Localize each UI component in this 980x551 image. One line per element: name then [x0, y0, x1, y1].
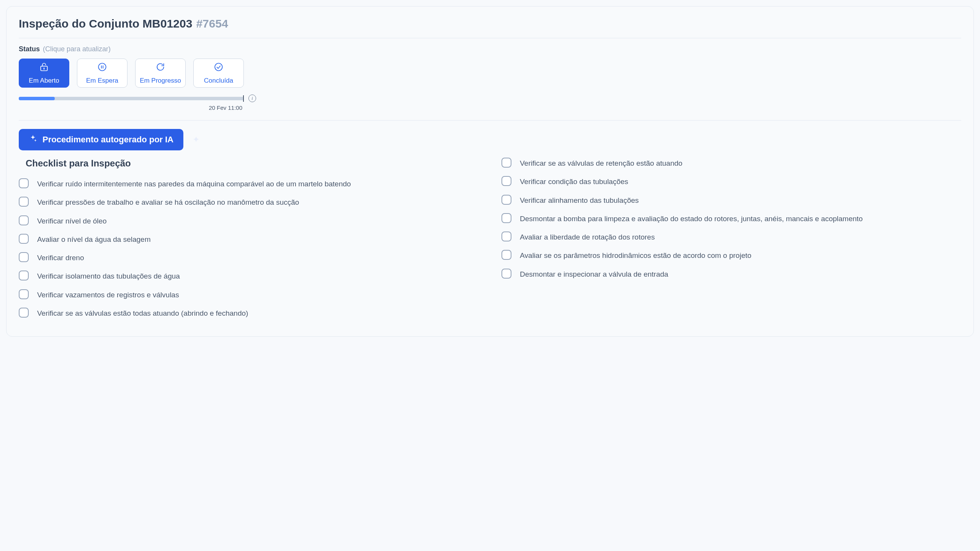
status-button-label: Concluída: [204, 77, 234, 85]
checkbox[interactable]: [19, 289, 29, 299]
checklist-item-label: Avaliar a liberdade de rotação dos rotor…: [520, 231, 655, 243]
checklist-item: Verificar dreno: [19, 249, 479, 267]
sparkle-icon: [29, 134, 37, 145]
svg-point-5: [215, 63, 222, 71]
checklist-item-label: Avaliar se os parâmetros hidrodinâmicos …: [520, 249, 751, 262]
checkbox[interactable]: [19, 197, 29, 207]
checkbox[interactable]: [19, 178, 29, 188]
progress-end-marker: [243, 95, 244, 102]
checklist-item: Verificar se as válvulas estão todas atu…: [19, 304, 479, 323]
checklist-item: Verificar vazamentos de registros e válv…: [19, 286, 479, 304]
checklist-item: Verificar condição das tubulações: [501, 173, 961, 191]
checklist-item-label: Verificar pressões de trabalho e avaliar…: [37, 196, 299, 209]
ai-procedure-badge[interactable]: Procedimento autogerado por IA: [19, 129, 183, 150]
status-in-progress-button[interactable]: Em Progresso: [135, 59, 186, 88]
checklist-left-column: Checklist para Inspeção Verificar ruído …: [19, 154, 479, 323]
checklist-item-label: Verificar isolamento das tubulações de á…: [37, 270, 180, 282]
status-button-label: Em Aberto: [29, 77, 59, 85]
inspection-card: Inspeção do Conjunto MB01203 #7654 Statu…: [6, 6, 974, 337]
svg-point-2: [98, 63, 106, 71]
title-row: Inspeção do Conjunto MB01203 #7654: [19, 17, 961, 38]
checklist-item: Verificar pressões de trabalho e avaliar…: [19, 193, 479, 212]
refresh-icon: [155, 62, 165, 74]
checkbox[interactable]: [501, 176, 511, 186]
checklist-columns: Checklist para Inspeção Verificar ruído …: [19, 154, 961, 323]
checklist-item: Verificar ruído intermitentemente nas pa…: [19, 175, 479, 193]
status-button-group: Em Aberto Em Espera: [19, 59, 961, 88]
checklist-item: Verificar nível de óleo: [19, 212, 479, 230]
checklist-item-label: Desmontar a bomba para limpeza e avaliaç…: [520, 213, 863, 225]
lock-open-icon: [39, 62, 49, 74]
checklist-item-label: Verificar nível de óleo: [37, 215, 107, 227]
status-done-button[interactable]: Concluída: [193, 59, 244, 88]
checklist-item: Verificar se as válvulas de retenção est…: [501, 154, 961, 173]
checklist-item: Verificar isolamento das tubulações de á…: [19, 267, 479, 285]
checklist-item-label: Verificar ruído intermitentemente nas pa…: [37, 178, 351, 190]
checklist-item-label: Verificar se as válvulas de retenção est…: [520, 157, 683, 170]
status-label: Status: [19, 45, 40, 53]
progress-due-date: 20 Fev 11:00: [19, 104, 256, 111]
checklist-item-label: Avaliar o nível da água da selagem: [37, 233, 150, 246]
checkbox[interactable]: [501, 269, 511, 279]
checkbox[interactable]: [501, 195, 511, 205]
status-section: Status (Clique para atualizar) Em Aberto: [19, 45, 961, 121]
checkbox[interactable]: [501, 250, 511, 260]
checklist-item: Desmontar e inspecionar a válvula de ent…: [501, 265, 961, 284]
ticket-id: #7654: [196, 17, 228, 30]
checklist-item-label: Desmontar e inspecionar a válvula de ent…: [520, 268, 668, 280]
status-hint: (Clique para atualizar): [43, 45, 111, 53]
sparkle-ghost-icon: ✦: [193, 135, 199, 145]
info-icon[interactable]: i: [248, 95, 256, 102]
status-button-label: Em Progresso: [140, 77, 181, 85]
checklist-item: Verificar alinhamento das tubulações: [501, 191, 961, 210]
status-hold-button[interactable]: Em Espera: [77, 59, 127, 88]
progress-row: i: [19, 95, 256, 102]
checkbox[interactable]: [501, 213, 511, 223]
checklist-right-column: Verificar se as válvulas de retenção est…: [501, 154, 961, 323]
status-button-label: Em Espera: [86, 77, 118, 85]
checkbox[interactable]: [501, 231, 511, 241]
checkbox[interactable]: [19, 252, 29, 262]
checklist-item: Avaliar se os parâmetros hidrodinâmicos …: [501, 246, 961, 265]
checklist-item-label: Verificar alinhamento das tubulações: [520, 194, 639, 207]
checklist-item-label: Verificar condição das tubulações: [520, 176, 628, 188]
progress-bar[interactable]: [19, 97, 244, 100]
pause-circle-icon: [97, 62, 107, 74]
checkbox[interactable]: [19, 234, 29, 244]
checklist-item: Avaliar a liberdade de rotação dos rotor…: [501, 228, 961, 246]
ai-row: Procedimento autogerado por IA ✦: [19, 129, 961, 150]
checkbox[interactable]: [19, 271, 29, 280]
checklist-item-label: Verificar vazamentos de registros e válv…: [37, 289, 179, 301]
checklist-title: Checklist para Inspeção: [26, 158, 479, 169]
checkbox[interactable]: [501, 158, 511, 168]
checklist-item-label: Verificar dreno: [37, 252, 84, 264]
status-label-row: Status (Clique para atualizar): [19, 45, 961, 53]
checklist-item: Desmontar a bomba para limpeza e avaliaç…: [501, 210, 961, 228]
checklist-item-label: Verificar se as válvulas estão todas atu…: [37, 307, 248, 320]
progress-fill: [19, 97, 55, 100]
ai-badge-label: Procedimento autogerado por IA: [42, 135, 173, 145]
status-open-button[interactable]: Em Aberto: [19, 59, 69, 88]
page-title: Inspeção do Conjunto MB01203: [19, 17, 192, 30]
checkbox[interactable]: [19, 308, 29, 318]
checklist-item: Avaliar o nível da água da selagem: [19, 230, 479, 249]
check-circle-icon: [214, 62, 224, 74]
checkbox[interactable]: [19, 215, 29, 225]
